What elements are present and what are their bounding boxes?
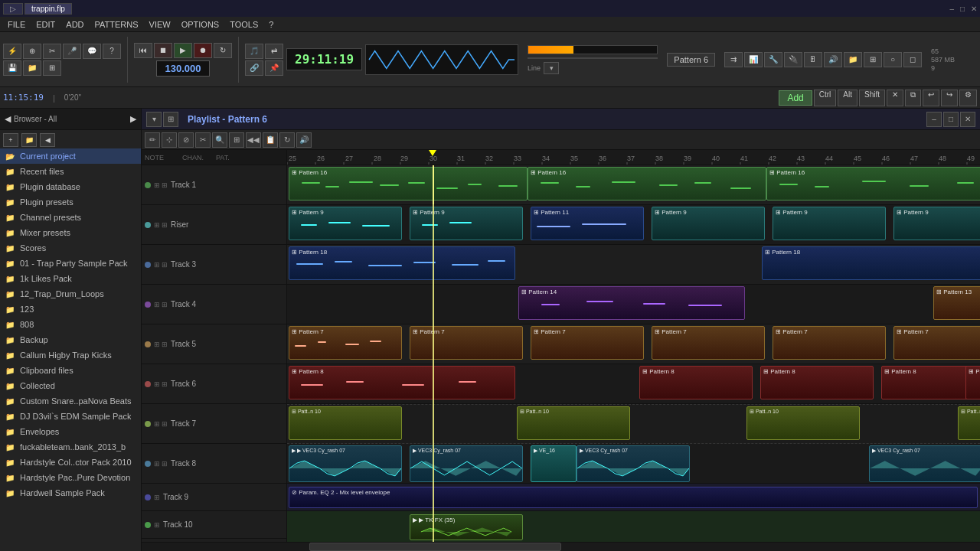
toolbar-icon-1[interactable]: ⚡ xyxy=(3,44,21,59)
pattern-10-fx[interactable]: ▶ ▶ TK FX (35) xyxy=(410,514,523,540)
sidebar-item-plugin-presets[interactable]: 📁 Plugin presets xyxy=(0,194,141,210)
pattern-3-b[interactable]: ⊞ Pattern 18 xyxy=(762,246,980,280)
pt-paste[interactable]: 📋 xyxy=(263,132,278,148)
right-icon-10[interactable]: ◻ xyxy=(903,52,922,67)
close-btn-small[interactable]: ✕ xyxy=(887,90,903,106)
sidebar-item-1k-likes[interactable]: 📁 1k Likes Pack xyxy=(0,271,141,286)
nav-folder[interactable]: 📁 xyxy=(21,133,37,147)
stop-btn[interactable]: ⏹ xyxy=(154,43,172,58)
pattern-8-a[interactable]: ▶ ▶ VEC3 Cy_rash 07 xyxy=(289,445,402,482)
toolbar-icon-9[interactable]: ⊞ xyxy=(43,60,61,76)
line-dropdown[interactable]: ▾ xyxy=(544,62,559,74)
sidebar-item-123[interactable]: 📁 123 xyxy=(0,302,141,317)
pattern-6-c[interactable]: ⊞ Pattern 8 xyxy=(760,366,874,399)
pt-zoom[interactable]: 🔍 xyxy=(212,132,227,148)
shift-btn[interactable]: Shift xyxy=(859,90,885,106)
pattern-6-a[interactable]: ⊞ Pattern 8 xyxy=(289,366,515,399)
pattern-riser-e[interactable]: ⊞ Pattern 9 xyxy=(773,207,886,240)
right-icon-2[interactable]: 📊 xyxy=(744,52,763,67)
playlist-maximize[interactable]: □ xyxy=(943,112,959,127)
pattern-4-b[interactable]: ⊞ Pattern 13 xyxy=(933,286,980,320)
settings-btn[interactable]: ⚙ xyxy=(959,90,977,106)
sidebar-item-hardstyle-col[interactable]: 📁 Hardstyle Col..ctor Pack 2010 xyxy=(0,455,141,470)
loop-btn[interactable]: ↻ xyxy=(214,43,232,58)
pattern-5-f[interactable]: ⊞ Pattern 7 xyxy=(893,326,980,360)
track-dot-5[interactable] xyxy=(145,341,151,347)
right-icon-4[interactable]: 🔌 xyxy=(784,52,802,67)
add-button[interactable]: Add xyxy=(779,90,812,106)
pt-erase[interactable]: ⊘ xyxy=(178,132,194,148)
pattern-5-b[interactable]: ⊞ Pattern 7 xyxy=(410,326,523,360)
transport-icon-2[interactable]: ⇄ xyxy=(265,44,283,59)
right-icon-8[interactable]: ⊞ xyxy=(864,52,882,67)
pattern-riser-b[interactable]: ⊞ Pattern 9 xyxy=(410,207,523,240)
sidebar-item-808[interactable]: 📁 808 xyxy=(0,317,141,332)
pattern-1-c[interactable]: ⊞ Pattern 16 xyxy=(766,167,980,201)
sidebar-item-current-project[interactable]: 📂 Current project xyxy=(0,148,141,164)
sidebar-item-12-trap[interactable]: 📁 12_Trap_Drum_Loops xyxy=(0,286,141,302)
sidebar-item-hardstyle-pac[interactable]: 📁 Hardstyle Pac..Pure Devotion xyxy=(0,470,141,485)
pattern-7-b[interactable]: ⊞ Patt..n 10 xyxy=(517,406,630,440)
pattern-6-e[interactable]: ⊞ Pattern 8 xyxy=(965,366,980,399)
pattern-8-d[interactable]: ▶ VEC3 Cy_rash 07 xyxy=(577,445,690,482)
track-dot-7[interactable] xyxy=(145,421,151,427)
nav-add[interactable]: + xyxy=(3,133,18,147)
sidebar-item-fuckable[interactable]: 📁 fuckableteam..bank_2013_b xyxy=(0,439,141,455)
sidebar-item-dj-d3vil[interactable]: 📁 DJ D3vil`s EDM Sample Pack xyxy=(0,409,141,424)
transport-icon-1[interactable]: 🎵 xyxy=(245,44,263,59)
copy-btn[interactable]: ⧉ xyxy=(905,90,921,106)
pt-arrow-back[interactable]: ◀◀ xyxy=(246,132,261,148)
playlist-menu[interactable]: ▾ xyxy=(146,112,162,127)
track-dot-8[interactable] xyxy=(145,461,151,467)
sidebar-item-hardwell[interactable]: 📁 Hardwell Sample Pack xyxy=(0,485,141,500)
record-btn[interactable]: ⏺ xyxy=(194,43,212,58)
sidebar-item-channel-presets[interactable]: 📁 Channel presets xyxy=(0,210,141,225)
menu-add[interactable]: ADD xyxy=(61,19,88,30)
pattern-riser-d[interactable]: ⊞ Pattern 9 xyxy=(652,207,765,240)
track-dot-6[interactable] xyxy=(145,381,151,387)
track-dot-riser[interactable] xyxy=(145,222,151,228)
sidebar-item-clipboard[interactable]: 📁 Clipboard files xyxy=(0,363,141,378)
pattern-5-c[interactable]: ⊞ Pattern 7 xyxy=(531,326,644,360)
ctrl-btn[interactable]: Ctrl xyxy=(814,90,837,106)
right-icon-3[interactable]: 🔧 xyxy=(764,52,782,67)
pt-select[interactable]: ⊹ xyxy=(162,132,177,148)
right-icon-7[interactable]: 📁 xyxy=(844,52,862,67)
toolbar-icon-4[interactable]: 🎤 xyxy=(63,44,81,59)
playlist-minimize[interactable]: – xyxy=(926,112,942,127)
alt-btn[interactable]: Alt xyxy=(838,90,858,106)
pattern-1-b[interactable]: ⊞ Pattern 16 xyxy=(528,167,766,201)
nav-left[interactable]: ◀ xyxy=(40,133,55,147)
playlist-close[interactable]: ✕ xyxy=(960,112,975,127)
right-icon-1[interactable]: ⇉ xyxy=(724,52,743,67)
sidebar-item-backup[interactable]: 📁 Backup xyxy=(0,332,141,347)
tab-file[interactable]: trappin.flp xyxy=(24,3,72,15)
menu-view[interactable]: VIEW xyxy=(145,19,175,30)
menu-help[interactable]: ? xyxy=(264,19,278,30)
menu-edit[interactable]: EDIT xyxy=(31,19,60,30)
pattern-riser-f[interactable]: ⊞ Pattern 9 xyxy=(893,207,980,240)
bpm-display[interactable]: 130.000 xyxy=(156,60,210,77)
pattern-8-e[interactable]: ▶ VEC3 Cy_rash 07 xyxy=(869,445,980,482)
pattern-7-d[interactable]: ⊞ Patt..n 10 xyxy=(958,406,980,440)
pattern-5-e[interactable]: ⊞ Pattern 7 xyxy=(773,326,886,360)
pattern-riser-a[interactable]: ⊞ Pattern 9 xyxy=(289,207,402,240)
sidebar-item-recent-files[interactable]: 📁 Recent files xyxy=(0,164,141,179)
pattern-9-param[interactable]: ⊘ Param. EQ 2 - Mix level envelope xyxy=(289,487,978,508)
sidebar-item-custom-snare[interactable]: 📁 Custom Snare..paNova Beats xyxy=(0,393,141,409)
toolbar-icon-3[interactable]: ✂ xyxy=(43,44,61,59)
right-icon-9[interactable]: ○ xyxy=(884,52,902,67)
pattern-selector[interactable]: Pattern 6 xyxy=(667,53,715,67)
transport-icon-3[interactable]: 🔗 xyxy=(245,60,263,76)
sidebar-item-mixer-presets[interactable]: 📁 Mixer presets xyxy=(0,225,141,240)
sidebar-item-callum[interactable]: 📁 Callum Higby Trap Kicks xyxy=(0,347,141,363)
pattern-1-a[interactable]: ⊞ Pattern 16 xyxy=(289,167,528,201)
pt-cut[interactable]: ✂ xyxy=(195,132,211,148)
next-icon[interactable]: ▶ xyxy=(130,114,136,124)
play-btn[interactable]: ▶ xyxy=(174,43,192,58)
sidebar-item-scores[interactable]: 📁 Scores xyxy=(0,240,141,256)
right-icon-6[interactable]: 🔊 xyxy=(824,52,842,67)
toolbar-icon-8[interactable]: 📁 xyxy=(23,60,41,76)
transport-icon-4[interactable]: 📌 xyxy=(265,60,283,76)
toolbar-icon-5[interactable]: 💬 xyxy=(83,44,101,59)
